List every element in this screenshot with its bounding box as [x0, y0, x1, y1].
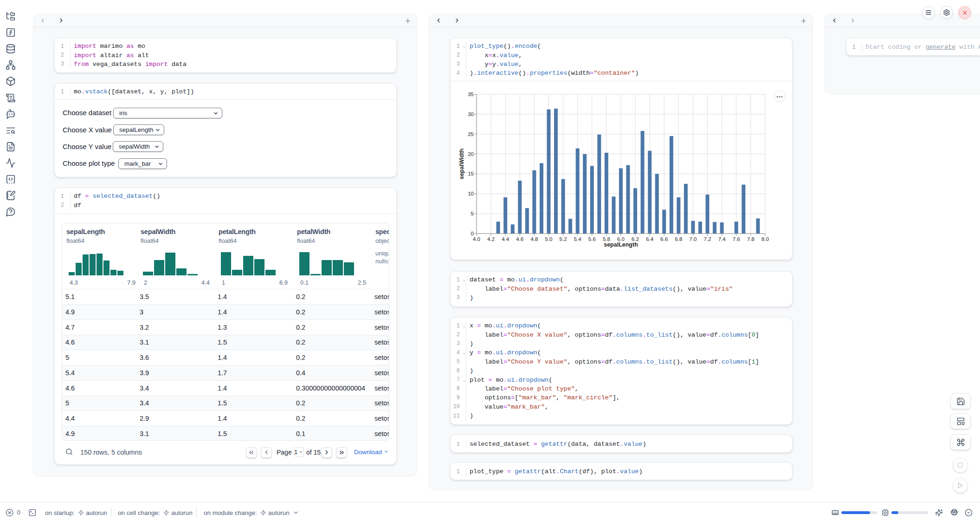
svg-text:7.0: 7.0 [690, 236, 697, 242]
svg-text:5.0: 5.0 [545, 236, 553, 242]
svg-text:30: 30 [468, 111, 474, 117]
svg-text:7.4: 7.4 [718, 236, 726, 242]
svg-text:4.0: 4.0 [473, 236, 480, 242]
svg-text:sepalLength: sepalLength [604, 241, 638, 248]
svg-text:5.2: 5.2 [560, 236, 567, 242]
svg-text:4.2: 4.2 [487, 236, 495, 242]
svg-text:15: 15 [468, 171, 474, 176]
svg-text:0: 0 [471, 231, 474, 236]
svg-text:35: 35 [468, 91, 474, 97]
svg-text:4.6: 4.6 [516, 236, 523, 242]
svg-text:25: 25 [468, 131, 474, 137]
svg-text:7.8: 7.8 [747, 236, 754, 242]
svg-text:6.8: 6.8 [675, 236, 682, 242]
svg-text:4.4: 4.4 [502, 236, 509, 242]
svg-text:20: 20 [468, 151, 474, 157]
svg-text:10: 10 [468, 191, 474, 196]
svg-text:8.0: 8.0 [761, 236, 769, 242]
svg-text:6.4: 6.4 [646, 236, 654, 242]
svg-text:7.2: 7.2 [704, 236, 711, 242]
svg-text:sepalWidth: sepalWidth [458, 149, 465, 180]
svg-text:5.4: 5.4 [574, 236, 582, 242]
svg-text:5.6: 5.6 [588, 236, 596, 242]
svg-text:4.8: 4.8 [530, 236, 538, 242]
svg-text:5: 5 [471, 211, 474, 216]
svg-text:6.6: 6.6 [660, 236, 668, 242]
svg-text:7.6: 7.6 [733, 236, 740, 242]
